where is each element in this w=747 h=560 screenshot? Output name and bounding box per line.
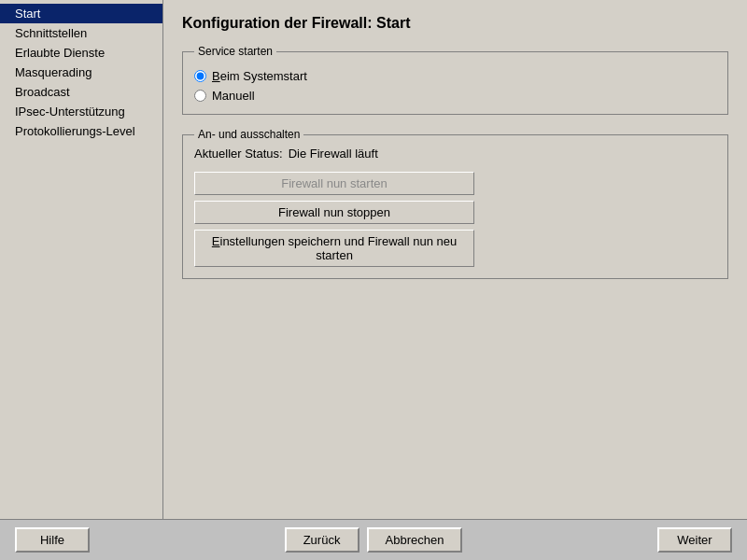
btn-firewall-stop[interactable]: Firewall nun stoppen (194, 201, 474, 224)
btn-firewall-start[interactable]: Firewall nun starten (194, 172, 474, 195)
radio-systemstart[interactable] (194, 70, 206, 82)
radio-manuell[interactable] (194, 90, 206, 102)
bottom-center-buttons: Zurück Abbrechen (285, 527, 463, 553)
radio-systemstart-label[interactable]: Beim Systemstart (212, 69, 307, 83)
radio-row-systemstart: Beim Systemstart (194, 69, 716, 83)
sidebar-item-start[interactable]: Start (0, 4, 162, 23)
btn-next[interactable]: Weiter (657, 527, 732, 553)
status-row: Aktueller Status: Die Firewall läuft (194, 147, 716, 161)
service-group: Service starten Beim Systemstart Manuell (182, 45, 728, 115)
btn-cancel[interactable]: Abbrechen (367, 527, 463, 553)
btn-back[interactable]: Zurück (285, 527, 359, 553)
radio-manuell-label[interactable]: Manuell (212, 89, 255, 103)
service-group-legend: Service starten (194, 45, 276, 58)
page-title: Konfiguration der Firewall: Start (182, 15, 728, 32)
switch-group: An- und ausschalten Aktueller Status: Di… (182, 128, 728, 279)
action-buttons: Firewall nun starten Firewall nun stoppe… (194, 172, 716, 267)
content-area: Konfiguration der Firewall: Start Servic… (163, 0, 747, 519)
sidebar-item-protokollierung[interactable]: Protokollierungs-Level (0, 121, 162, 141)
status-value: Die Firewall läuft (289, 147, 378, 161)
sidebar-item-schnittstellen[interactable]: Schnittstellen (0, 23, 162, 43)
sidebar-item-masquerading[interactable]: Masquerading (0, 63, 162, 82)
sidebar: Start Schnittstellen Erlaubte Dienste Ma… (0, 0, 163, 519)
radio-row-manuell: Manuell (194, 89, 716, 103)
btn-save-restart[interactable]: EEinstellungen speichern und Firewall nu… (194, 230, 474, 267)
bottom-bar: Hilfe Zurück Abbrechen Weiter (0, 519, 747, 560)
sidebar-item-ipsec[interactable]: IPsec-Unterstützung (0, 102, 162, 121)
sidebar-item-broadcast[interactable]: Broadcast (0, 82, 162, 102)
switch-group-legend: An- und ausschalten (194, 128, 303, 141)
sidebar-item-erlaubte-dienste[interactable]: Erlaubte Dienste (0, 43, 162, 63)
btn-help[interactable]: Hilfe (15, 527, 90, 553)
status-label: Aktueller Status: (194, 147, 283, 161)
